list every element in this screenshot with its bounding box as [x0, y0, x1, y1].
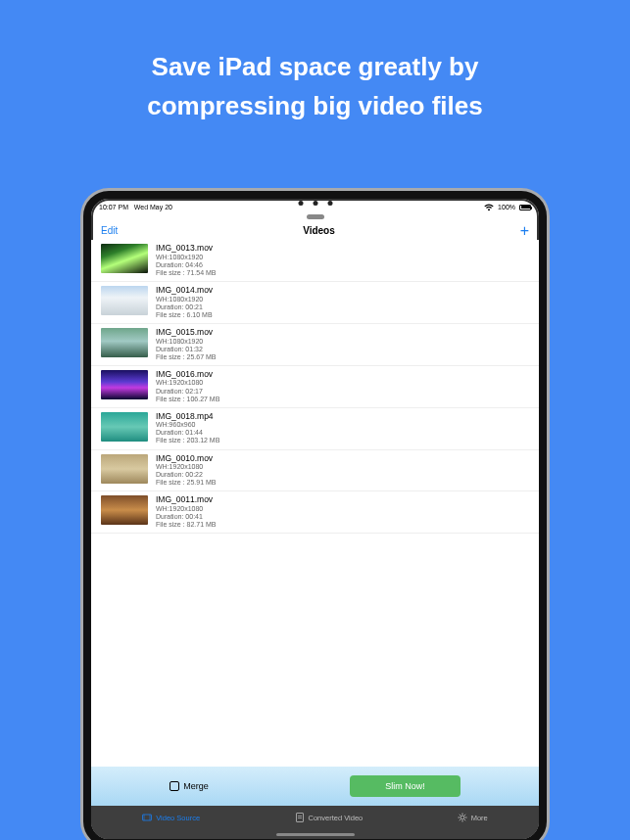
- tab-bar: Video Source Converted Video More: [91, 806, 539, 829]
- video-duration: Duration: 02:17: [156, 388, 219, 396]
- status-time: 10:07 PM: [99, 204, 128, 210]
- video-dimensions: WH:1080x1920: [156, 338, 216, 346]
- video-meta: IMG_0015.movWH:1080x1920Duration: 01:32F…: [156, 328, 216, 361]
- svg-rect-4: [298, 816, 302, 817]
- svg-line-13: [464, 815, 465, 816]
- video-filesize: File size : 71.54 MB: [156, 269, 216, 277]
- video-filename: IMG_0018.mp4: [156, 412, 219, 422]
- video-filesize: File size : 6.10 MB: [156, 311, 213, 319]
- film-icon: [142, 813, 152, 822]
- tab-converted-video[interactable]: Converted Video: [295, 813, 363, 822]
- video-duration: Duration: 00:41: [156, 513, 216, 521]
- video-thumbnail: [101, 370, 148, 399]
- video-row[interactable]: IMG_0014.movWH:1080x1920Duration: 00:21F…: [91, 282, 539, 324]
- video-thumbnail: [101, 286, 148, 315]
- camera-notch: [298, 201, 332, 206]
- video-filename: IMG_0011.mov: [156, 495, 216, 505]
- ipad-frame: 10:07 PM Wed May 20 100% Edit Videos + I…: [83, 191, 547, 840]
- video-thumbnail: [101, 412, 148, 442]
- video-dimensions: WH:1920x1080: [156, 505, 216, 513]
- merge-label: Merge: [183, 781, 209, 791]
- home-indicator[interactable]: [276, 833, 355, 836]
- tab-more[interactable]: More: [458, 813, 488, 822]
- video-meta: IMG_0013.movWH:1080x1920Duration: 04:46F…: [156, 244, 216, 277]
- video-duration: Duration: 04:46: [156, 261, 216, 269]
- slim-now-button[interactable]: Slim Now!: [350, 775, 460, 797]
- svg-point-6: [460, 816, 464, 819]
- battery-percent: 100%: [498, 204, 515, 210]
- promo-line-1: Save iPad space greatly by: [0, 47, 630, 86]
- status-time-date: 10:07 PM Wed May 20: [99, 204, 172, 210]
- video-filesize: File size : 203.12 MB: [156, 437, 219, 444]
- video-filename: IMG_0014.mov: [156, 286, 213, 296]
- home-indicator-area: [91, 829, 539, 839]
- video-filename: IMG_0015.mov: [156, 328, 216, 338]
- svg-rect-5: [298, 817, 302, 818]
- video-filename: IMG_0016.mov: [156, 370, 219, 380]
- video-dimensions: WH:960x960: [156, 421, 219, 429]
- video-duration: Duration: 01:44: [156, 429, 219, 437]
- video-thumbnail: [101, 495, 148, 525]
- video-row[interactable]: IMG_0011.movWH:1920x1080Duration: 00:41F…: [91, 491, 539, 534]
- merge-checkbox-icon[interactable]: [170, 781, 179, 791]
- video-row[interactable]: IMG_0016.movWH:1920x1080Duration: 02:17F…: [91, 366, 539, 408]
- merge-toggle[interactable]: Merge: [170, 781, 209, 791]
- video-filesize: File size : 25.91 MB: [156, 479, 216, 487]
- bottom-action-bar: Merge Slim Now!: [91, 767, 539, 806]
- video-row[interactable]: IMG_0013.movWH:1080x1920Duration: 04:46F…: [91, 240, 539, 282]
- tab-label: More: [471, 814, 488, 822]
- video-dimensions: WH:1080x1920: [156, 254, 216, 261]
- gear-icon: [458, 813, 467, 822]
- page-title: Videos: [303, 225, 335, 236]
- video-list[interactable]: IMG_0013.movWH:1080x1920Duration: 04:46F…: [91, 240, 539, 767]
- video-meta: IMG_0014.movWH:1080x1920Duration: 00:21F…: [156, 286, 213, 319]
- video-row[interactable]: IMG_0018.mp4WH:960x960Duration: 01:44Fil…: [91, 408, 539, 450]
- tab-label: Converted Video: [309, 814, 363, 822]
- add-button[interactable]: +: [520, 226, 529, 236]
- wifi-icon: [484, 204, 494, 211]
- video-meta: IMG_0016.movWH:1920x1080Duration: 02:17F…: [156, 370, 219, 403]
- video-duration: Duration: 00:22: [156, 471, 216, 479]
- promo-line-2: compressing big video files: [0, 86, 630, 125]
- svg-line-14: [459, 819, 460, 820]
- tab-label: Video Source: [156, 814, 200, 822]
- video-row[interactable]: IMG_0015.movWH:1080x1920Duration: 01:32F…: [91, 324, 539, 366]
- video-meta: IMG_0018.mp4WH:960x960Duration: 01:44Fil…: [156, 412, 219, 445]
- video-dimensions: WH:1080x1920: [156, 296, 213, 303]
- video-dimensions: WH:1920x1080: [156, 463, 216, 471]
- video-duration: Duration: 00:21: [156, 303, 213, 311]
- video-thumbnail: [101, 244, 148, 273]
- promo-headline: Save iPad space greatly by compressing b…: [0, 0, 630, 126]
- video-duration: Duration: 01:32: [156, 346, 216, 353]
- video-filesize: File size : 25.67 MB: [156, 353, 216, 361]
- video-thumbnail: [101, 454, 148, 484]
- nav-bar: Edit Videos +: [91, 219, 539, 240]
- video-dimensions: WH:1920x1080: [156, 379, 219, 387]
- edit-button[interactable]: Edit: [101, 225, 118, 236]
- svg-line-11: [459, 815, 460, 816]
- video-filesize: File size : 106.27 MB: [156, 396, 219, 403]
- video-filesize: File size : 82.71 MB: [156, 521, 216, 529]
- video-row[interactable]: IMG_0010.movWH:1920x1080Duration: 00:22F…: [91, 450, 539, 492]
- video-filename: IMG_0010.mov: [156, 454, 216, 464]
- battery-icon: [519, 205, 531, 210]
- video-filename: IMG_0013.mov: [156, 244, 216, 254]
- video-meta: IMG_0010.movWH:1920x1080Duration: 00:22F…: [156, 454, 216, 488]
- svg-line-12: [464, 819, 465, 820]
- video-meta: IMG_0011.movWH:1920x1080Duration: 00:41F…: [156, 495, 216, 529]
- document-icon: [295, 813, 305, 822]
- video-thumbnail: [101, 328, 148, 357]
- status-date: Wed May 20: [134, 204, 172, 210]
- tab-video-source[interactable]: Video Source: [142, 813, 200, 822]
